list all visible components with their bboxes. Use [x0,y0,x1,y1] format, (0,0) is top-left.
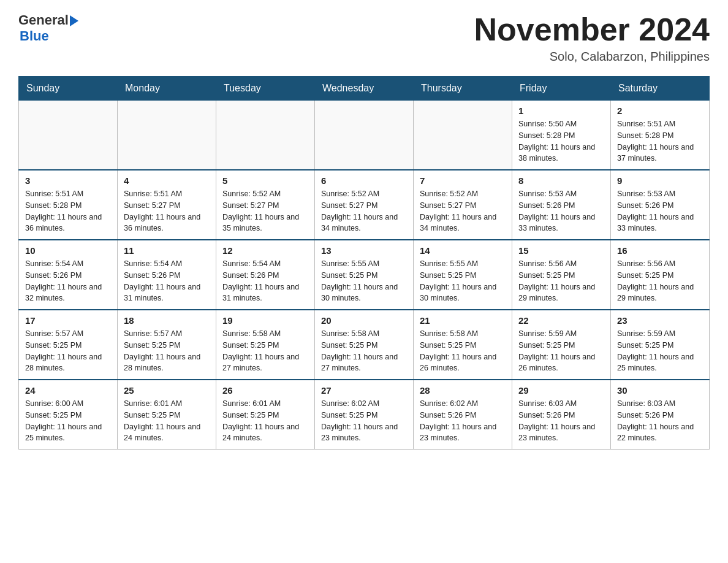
day-number: 9 [617,175,703,186]
title-section: November 2024 Solo, Calabarzon, Philippi… [474,12,710,64]
calendar-day-cell: 30Sunrise: 6:03 AMSunset: 5:26 PMDayligh… [611,380,710,450]
day-number: 28 [420,385,506,396]
day-number: 3 [25,175,111,186]
day-of-week-header: Monday [118,77,216,101]
day-of-week-header: Thursday [414,77,512,101]
calendar-day-cell: 17Sunrise: 5:57 AMSunset: 5:25 PMDayligh… [19,310,118,380]
calendar-day-cell: 18Sunrise: 5:57 AMSunset: 5:25 PMDayligh… [118,310,216,380]
day-info: Sunrise: 5:53 AMSunset: 5:26 PMDaylight:… [617,188,703,234]
day-number: 15 [518,245,604,256]
calendar-day-cell: 12Sunrise: 5:54 AMSunset: 5:26 PMDayligh… [216,240,315,310]
day-of-week-header: Saturday [611,77,710,101]
day-number: 13 [321,245,407,256]
calendar-day-cell: 23Sunrise: 5:59 AMSunset: 5:25 PMDayligh… [611,310,710,380]
page-header: General Blue November 2024 Solo, Calabar… [18,12,710,64]
day-info: Sunrise: 5:51 AMSunset: 5:27 PMDaylight:… [124,188,210,234]
day-info: Sunrise: 5:54 AMSunset: 5:26 PMDaylight:… [222,258,308,304]
calendar-week-row: 10Sunrise: 5:54 AMSunset: 5:26 PMDayligh… [19,240,710,310]
calendar-day-cell: 22Sunrise: 5:59 AMSunset: 5:25 PMDayligh… [512,310,611,380]
day-number: 30 [617,385,703,396]
day-info: Sunrise: 5:53 AMSunset: 5:26 PMDaylight:… [518,188,604,234]
day-info: Sunrise: 5:50 AMSunset: 5:28 PMDaylight:… [518,118,604,164]
day-of-week-header: Wednesday [315,77,414,101]
day-info: Sunrise: 5:56 AMSunset: 5:25 PMDaylight:… [518,258,604,304]
calendar-day-cell: 29Sunrise: 6:03 AMSunset: 5:26 PMDayligh… [512,380,611,450]
day-number: 22 [518,315,604,326]
day-number: 25 [124,385,210,396]
calendar-day-cell: 28Sunrise: 6:02 AMSunset: 5:26 PMDayligh… [414,380,512,450]
calendar-day-cell: 15Sunrise: 5:56 AMSunset: 5:25 PMDayligh… [512,240,611,310]
calendar-day-cell: 8Sunrise: 5:53 AMSunset: 5:26 PMDaylight… [512,170,611,240]
day-info: Sunrise: 5:52 AMSunset: 5:27 PMDaylight:… [420,188,506,234]
calendar-day-cell: 20Sunrise: 5:58 AMSunset: 5:25 PMDayligh… [315,310,414,380]
day-info: Sunrise: 5:57 AMSunset: 5:25 PMDaylight:… [124,328,210,374]
calendar-day-cell: 3Sunrise: 5:51 AMSunset: 5:28 PMDaylight… [19,170,118,240]
calendar-day-cell: 10Sunrise: 5:54 AMSunset: 5:26 PMDayligh… [19,240,118,310]
calendar-week-row: 1Sunrise: 5:50 AMSunset: 5:28 PMDaylight… [19,101,710,170]
day-info: Sunrise: 5:55 AMSunset: 5:25 PMDaylight:… [321,258,407,304]
month-year-title: November 2024 [474,12,710,47]
day-number: 26 [222,385,308,396]
calendar-day-cell: 11Sunrise: 5:54 AMSunset: 5:26 PMDayligh… [118,240,216,310]
day-info: Sunrise: 6:02 AMSunset: 5:25 PMDaylight:… [321,398,407,444]
day-number: 27 [321,385,407,396]
day-info: Sunrise: 5:59 AMSunset: 5:25 PMDaylight:… [617,328,703,374]
day-info: Sunrise: 5:51 AMSunset: 5:28 PMDaylight:… [617,118,703,164]
calendar-day-cell [19,101,118,170]
day-number: 18 [124,315,210,326]
day-info: Sunrise: 5:58 AMSunset: 5:25 PMDaylight:… [420,328,506,374]
day-number: 19 [222,315,308,326]
calendar-day-cell: 19Sunrise: 5:58 AMSunset: 5:25 PMDayligh… [216,310,315,380]
calendar-day-cell: 25Sunrise: 6:01 AMSunset: 5:25 PMDayligh… [118,380,216,450]
day-number: 20 [321,315,407,326]
calendar-day-cell: 5Sunrise: 5:52 AMSunset: 5:27 PMDaylight… [216,170,315,240]
day-info: Sunrise: 5:58 AMSunset: 5:25 PMDaylight:… [222,328,308,374]
day-number: 10 [25,245,111,256]
day-number: 21 [420,315,506,326]
day-info: Sunrise: 5:52 AMSunset: 5:27 PMDaylight:… [222,188,308,234]
day-number: 24 [25,385,111,396]
day-number: 8 [518,175,604,186]
calendar-day-cell: 27Sunrise: 6:02 AMSunset: 5:25 PMDayligh… [315,380,414,450]
calendar-day-cell: 2Sunrise: 5:51 AMSunset: 5:28 PMDaylight… [611,101,710,170]
day-info: Sunrise: 6:01 AMSunset: 5:25 PMDaylight:… [222,398,308,444]
day-info: Sunrise: 5:54 AMSunset: 5:26 PMDaylight:… [124,258,210,304]
calendar-day-cell: 4Sunrise: 5:51 AMSunset: 5:27 PMDaylight… [118,170,216,240]
calendar-day-cell [118,101,216,170]
location-subtitle: Solo, Calabarzon, Philippines [474,50,710,64]
logo: General Blue [18,12,78,44]
calendar-day-cell: 14Sunrise: 5:55 AMSunset: 5:25 PMDayligh… [414,240,512,310]
day-info: Sunrise: 6:02 AMSunset: 5:26 PMDaylight:… [420,398,506,444]
logo-blue: Blue [20,28,49,44]
calendar-day-cell [315,101,414,170]
day-number: 2 [617,105,703,116]
calendar-day-cell [216,101,315,170]
day-info: Sunrise: 5:51 AMSunset: 5:28 PMDaylight:… [25,188,111,234]
day-of-week-header: Sunday [19,77,118,101]
day-info: Sunrise: 5:57 AMSunset: 5:25 PMDaylight:… [25,328,111,374]
day-info: Sunrise: 5:55 AMSunset: 5:25 PMDaylight:… [420,258,506,304]
calendar-header-row: SundayMondayTuesdayWednesdayThursdayFrid… [19,77,710,101]
calendar-day-cell: 6Sunrise: 5:52 AMSunset: 5:27 PMDaylight… [315,170,414,240]
day-number: 23 [617,315,703,326]
day-number: 4 [124,175,210,186]
day-number: 16 [617,245,703,256]
day-of-week-header: Friday [512,77,611,101]
calendar-day-cell: 16Sunrise: 5:56 AMSunset: 5:25 PMDayligh… [611,240,710,310]
day-number: 17 [25,315,111,326]
calendar-day-cell: 9Sunrise: 5:53 AMSunset: 5:26 PMDaylight… [611,170,710,240]
day-info: Sunrise: 5:54 AMSunset: 5:26 PMDaylight:… [25,258,111,304]
calendar-table: SundayMondayTuesdayWednesdayThursdayFrid… [18,76,710,450]
calendar-week-row: 24Sunrise: 6:00 AMSunset: 5:25 PMDayligh… [19,380,710,450]
day-number: 14 [420,245,506,256]
logo-triangle-icon [70,15,78,26]
day-info: Sunrise: 6:03 AMSunset: 5:26 PMDaylight:… [518,398,604,444]
day-info: Sunrise: 5:52 AMSunset: 5:27 PMDaylight:… [321,188,407,234]
day-number: 6 [321,175,407,186]
day-number: 7 [420,175,506,186]
calendar-day-cell: 24Sunrise: 6:00 AMSunset: 5:25 PMDayligh… [19,380,118,450]
day-number: 5 [222,175,308,186]
calendar-day-cell: 7Sunrise: 5:52 AMSunset: 5:27 PMDaylight… [414,170,512,240]
day-info: Sunrise: 6:00 AMSunset: 5:25 PMDaylight:… [25,398,111,444]
day-info: Sunrise: 6:03 AMSunset: 5:26 PMDaylight:… [617,398,703,444]
